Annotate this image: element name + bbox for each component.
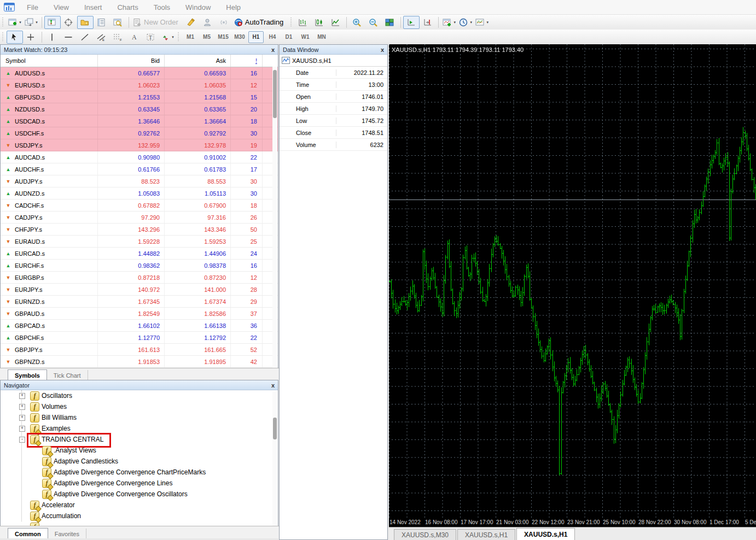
new-order-button[interactable]: New Order [131,16,183,29]
expand-icon[interactable]: + [19,426,25,432]
navigator-item[interactable]: fAdaptive Divergence Convergence Oscilla… [1,489,278,500]
market-watch-row[interactable]: ▲GBPUSD.s1.215531.2156815 [1,91,278,103]
chart-time-axis[interactable]: 14 Nov 202216 Nov 08:0017 Nov 17:0021 No… [388,518,756,527]
navigator-item-label[interactable]: Adaptive Candlesticks [54,457,118,465]
navigator-item-label[interactable]: Accumulation [42,512,81,520]
trendline-button[interactable] [77,31,94,44]
timeframe-d1-button[interactable]: D1 [281,31,296,43]
menu-tools[interactable]: Tools [146,3,178,11]
arrows-button[interactable]: ▾ [159,31,176,44]
menu-charts[interactable]: Charts [109,3,146,11]
toolbar-grip[interactable] [2,32,5,42]
timeframe-m1-button[interactable]: M1 [183,31,198,43]
menu-help[interactable]: Help [218,3,248,11]
tile-windows-button[interactable] [382,16,398,29]
toolbar-grip[interactable] [2,17,5,27]
zoom-out-button[interactable] [365,16,382,29]
menu-insert[interactable]: Insert [77,3,110,11]
navigator-item-label[interactable]: Adaptive Divergence Convergence Lines [54,479,172,487]
tab-common[interactable]: Common [8,528,48,539]
fibonacci-button[interactable]: F [110,31,126,44]
templates-button[interactable]: ▾ [474,16,490,29]
navigator-item[interactable]: -fTRADING CENTRAL [1,434,278,445]
toolbar-grip[interactable] [178,32,181,42]
navigator-scrollbar[interactable] [272,391,277,526]
price-chart-canvas[interactable] [388,44,756,518]
chart-tab[interactable]: XAUUSD.s,H1 [516,528,575,540]
chart-window[interactable]: XAUUSD.s,H1 1793.11 1794.39 1793.11 1793… [388,44,756,540]
market-watch-row[interactable]: ▲EURCHF.s0.983620.9837816 [1,260,278,272]
market-watch-row[interactable]: ▼CADCHF.s0.678820.6790018 [1,199,278,212]
column-header-symbol[interactable]: Symbol [1,55,98,67]
navigator-item-label[interactable]: Bill Williams [42,414,77,421]
expand-icon[interactable]: + [19,415,25,421]
navigator-item-label[interactable]: Adaptive Divergence Convergence Oscillat… [54,490,188,498]
market-watch-close-icon[interactable]: x [271,46,275,53]
indicators-add-button[interactable]: ▾ [441,16,457,29]
navigator-close-icon[interactable]: x [271,382,275,389]
collapse-icon[interactable]: - [19,437,25,443]
options-button[interactable] [200,16,216,29]
metaeditor-button[interactable] [183,16,200,29]
menu-window[interactable]: Window [178,3,218,11]
timeframe-mn-button[interactable]: MN [314,31,329,43]
periods-button[interactable]: ▾ [457,16,474,29]
market-watch-row[interactable]: ▼EURJPY.s140.972141.00028 [1,284,278,296]
market-watch-row[interactable]: ▼GBPNZD.s1.918531.9189542 [1,356,278,368]
market-watch-row[interactable]: ▲AUDNZD.s1.050831.0511330 [1,187,278,199]
data-window-toggle-button[interactable] [94,16,110,29]
market-watch-row[interactable]: ▼EURGBP.s0.872180.8723012 [1,272,278,284]
timeframe-w1-button[interactable]: W1 [298,31,313,43]
navigator-item[interactable]: fAdaptive Divergence Convergence Lines [1,478,278,489]
timeframe-h4-button[interactable]: H4 [265,31,280,43]
timeframe-m5-button[interactable]: M5 [199,31,214,43]
tab-tick-chart[interactable]: Tick Chart [47,370,88,380]
market-watch-row[interactable]: ▲NZDUSD.s0.633450.6336520 [1,103,278,115]
navigator-item[interactable]: +fBill Williams [1,412,278,423]
menu-file[interactable]: File [19,3,46,11]
cursor-button[interactable] [7,31,23,44]
toolbar-grip[interactable] [290,17,293,27]
dropdown-caret-icon[interactable]: ▾ [19,20,21,25]
text-label-button[interactable]: T [143,31,159,44]
horizontal-line-button[interactable] [61,31,77,44]
market-watch-row[interactable]: ▲EURCAD.s1.448821.4490624 [1,248,278,260]
auto-scroll-button[interactable] [403,16,420,29]
market-watch-row[interactable]: ▼EURNZD.s1.673451.6737429 [1,296,278,308]
crosshair-button[interactable] [23,31,39,44]
market-watch-row[interactable]: ▲AUDCAD.s0.909800.9100222 [1,151,278,163]
vertical-splitter[interactable] [388,44,389,540]
equidistant-channel-button[interactable]: E [94,31,110,44]
navigator-toggle-button[interactable] [110,16,126,29]
market-watch-row[interactable]: ▲AUDUSD.s0.665770.6659316 [1,67,278,79]
market-watch-row[interactable]: ▲AUDCHF.s0.617660.6178317 [1,163,278,175]
market-watch-row[interactable]: ▲GBPCAD.s1.661021.6613836 [1,320,278,332]
navigator-item-partial[interactable]: f [1,521,278,526]
market-watch-row[interactable]: ▲USDCHF.s0.927620.9279230 [1,127,278,139]
market-watch-toggle-button[interactable] [77,16,94,29]
data-window-close-icon[interactable]: x [381,46,384,53]
navigator-item-label[interactable]: Adaptive Divergence Convergence ChartPri… [54,468,206,476]
market-watch-row[interactable]: ▲USDCAD.s1.366461.3666418 [1,115,278,127]
tab-symbols[interactable]: Symbols [8,369,47,381]
market-watch-row[interactable]: ▼AUDJPY.s88.52388.55330 [1,175,278,187]
tab-favorites[interactable]: Favorites [48,529,86,539]
profiles-button[interactable]: ▾ [23,16,39,29]
line-chart-mode-button[interactable] [328,16,344,29]
dropdown-caret-icon[interactable]: ▾ [470,20,472,25]
vertical-line-button[interactable] [44,31,61,44]
navigator-item-label[interactable]: Volumes [42,403,67,410]
navigator-item[interactable]: f.Analyst Views [1,445,278,456]
column-header-ask[interactable]: Ask [165,55,231,67]
timeframe-m30-button[interactable]: M30 [232,31,247,43]
market-watch-row[interactable]: ▲GBPCHF.s1.127701.1279222 [1,332,278,344]
crosshair-target-button[interactable] [61,16,77,29]
market-watch-scrollbar[interactable] [272,67,277,368]
dropdown-caret-icon[interactable]: ▾ [453,20,456,25]
navigator-item-label[interactable]: Oscillators [42,392,72,400]
expand-icon[interactable]: + [19,393,25,399]
dropdown-caret-icon[interactable]: ▾ [36,20,38,25]
column-header-spread[interactable]: ! [231,55,263,67]
market-watch-row[interactable]: ▼GBPAUD.s1.825491.8258637 [1,308,278,320]
bar-chart-mode-button[interactable] [295,16,311,29]
